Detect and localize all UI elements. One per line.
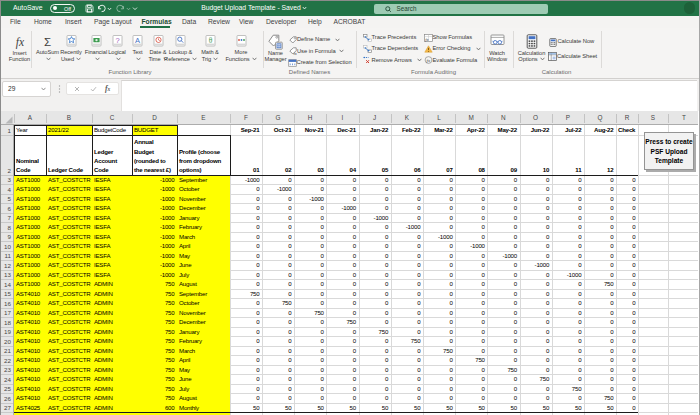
cell-E25[interactable]: July (177, 384, 230, 394)
cell-P3[interactable]: 0 (552, 175, 584, 185)
cell-J11[interactable]: 0 (359, 251, 391, 261)
row-header-14[interactable]: 14 (0, 279, 11, 289)
cell-K16[interactable]: 0 (391, 298, 423, 308)
cell-O20[interactable]: 0 (520, 336, 552, 346)
tab-acrobat[interactable]: ACROBAT (334, 16, 366, 28)
cell-D13[interactable]: -1000 (132, 270, 177, 280)
row-header-16[interactable]: 16 (0, 298, 11, 308)
cell-A6[interactable]: AST1000 (14, 203, 46, 213)
cell-L6[interactable]: 0 (423, 203, 455, 213)
cell-P22[interactable]: 0 (552, 355, 584, 365)
cell-F19[interactable]: 0 (230, 327, 262, 337)
cell-D9[interactable]: -1000 (132, 232, 177, 242)
cell-L3[interactable]: 0 (423, 175, 455, 185)
cell-J14[interactable]: 0 (359, 279, 391, 289)
cell-D18[interactable]: 750 (132, 317, 177, 327)
cell-E7[interactable]: January (177, 213, 230, 223)
cell-Q15[interactable]: 0 (584, 289, 616, 299)
cell-E26[interactable]: August (177, 393, 230, 403)
cell-I13[interactable]: 0 (326, 270, 358, 280)
cell-D12[interactable]: -1000 (132, 260, 177, 270)
row-header-8[interactable]: 8 (0, 222, 11, 232)
cell-E10[interactable]: April (177, 241, 230, 251)
cell-N17[interactable]: 0 (487, 308, 519, 318)
cell-F22[interactable]: 0 (230, 355, 262, 365)
cell-M2[interactable]: 08 (455, 165, 487, 175)
cell-O10[interactable]: 0 (520, 241, 552, 251)
cell-L25[interactable]: 0 (423, 384, 455, 394)
cell-J7[interactable]: -1000 (359, 213, 391, 223)
cell-Q26[interactable]: 750 (584, 393, 616, 403)
insert-function-icon[interactable]: fx (105, 83, 110, 96)
cell-L23[interactable]: 0 (423, 365, 455, 375)
cell-M10[interactable]: -1000 (455, 241, 487, 251)
cell-E9[interactable]: March (177, 232, 230, 242)
cell-C21[interactable]: ADMIN (92, 346, 132, 356)
cell-G8[interactable]: 0 (262, 222, 294, 232)
cell-N14[interactable]: 0 (487, 279, 519, 289)
cell-N21[interactable]: 0 (487, 346, 519, 356)
cell-M1[interactable]: Apr-22 (455, 125, 487, 135)
cell-I18[interactable]: 750 (326, 317, 358, 327)
cell-L16[interactable]: 0 (423, 298, 455, 308)
cell-H17[interactable]: 750 (294, 308, 326, 318)
cell-N6[interactable]: 0 (487, 203, 519, 213)
cell-F9[interactable]: 0 (230, 232, 262, 242)
cell-J15[interactable]: 0 (359, 289, 391, 299)
cell-Q27[interactable]: 50 (584, 403, 616, 413)
cell-M18[interactable]: 0 (455, 317, 487, 327)
cell-N27[interactable]: 50 (487, 403, 519, 413)
cell-L13[interactable]: 0 (423, 270, 455, 280)
cell-D2[interactable]: Annual Budget (rounded to the nearest £) (132, 135, 177, 175)
cell-J12[interactable]: 0 (359, 260, 391, 270)
cell-D1[interactable]: BUDGET (132, 125, 177, 135)
cell-C16[interactable]: ADMIN (92, 298, 132, 308)
select-all-icon[interactable] (5, 116, 13, 124)
cell-E27[interactable]: Monthly (177, 403, 230, 413)
cell-Q19[interactable]: 0 (584, 327, 616, 337)
cell-A23[interactable]: AST4010 (14, 365, 46, 375)
cell-N3[interactable]: 0 (487, 175, 519, 185)
cell-A24[interactable]: AST4010 (14, 374, 46, 384)
cell-C24[interactable]: ADMIN (92, 374, 132, 384)
cell-E17[interactable]: November (177, 308, 230, 318)
cell-K9[interactable]: 0 (391, 232, 423, 242)
cell-A8[interactable]: AST1000 (14, 222, 46, 232)
cell-Q20[interactable]: 0 (584, 336, 616, 346)
cell-G24[interactable]: 0 (262, 374, 294, 384)
cell-O6[interactable]: 0 (520, 203, 552, 213)
cell-A1[interactable]: Year (14, 125, 46, 135)
cell-I26[interactable]: 0 (326, 393, 358, 403)
cell-D11[interactable]: -1000 (132, 251, 177, 261)
cell-O9[interactable]: 0 (520, 232, 552, 242)
cell-C15[interactable]: ADMIN (92, 289, 132, 299)
cell-G12[interactable]: 0 (262, 260, 294, 270)
cell-Q16[interactable]: 0 (584, 298, 616, 308)
cell-A19[interactable]: AST4010 (14, 327, 46, 337)
cell-D22[interactable]: 750 (132, 355, 177, 365)
cell-B22[interactable]: AST_COSTCTR (46, 355, 92, 365)
cell-J8[interactable]: 0 (359, 222, 391, 232)
cell-P15[interactable]: 0 (552, 289, 584, 299)
cell-J6[interactable]: 0 (359, 203, 391, 213)
cell-K24[interactable]: 0 (391, 374, 423, 384)
cell-G4[interactable]: -1000 (262, 184, 294, 194)
cell-B25[interactable]: AST_COSTCTR (46, 384, 92, 394)
cell-P7[interactable]: 0 (552, 213, 584, 223)
column-header-O[interactable]: O (520, 111, 552, 124)
cell-B11[interactable]: AST_COSTCTR (46, 251, 92, 261)
cell-C11[interactable]: IESFA (92, 251, 132, 261)
cell-P21[interactable]: 0 (552, 346, 584, 356)
cell-R24[interactable]: 0 (616, 374, 638, 384)
cell-Q1[interactable]: Aug-22 (584, 125, 616, 135)
cell-R27[interactable]: 0 (616, 403, 638, 413)
row-header-11[interactable]: 11 (0, 251, 11, 261)
cell-L4[interactable]: 0 (423, 184, 455, 194)
column-header-I[interactable]: I (326, 111, 358, 124)
cell-I8[interactable]: 0 (326, 222, 358, 232)
cell-I11[interactable]: 0 (326, 251, 358, 261)
cell-O25[interactable]: 0 (520, 384, 552, 394)
cell-Q4[interactable]: 0 (584, 184, 616, 194)
cell-R26[interactable]: 0 (616, 393, 638, 403)
cell-B3[interactable]: AST_COSTCTR (46, 175, 92, 185)
